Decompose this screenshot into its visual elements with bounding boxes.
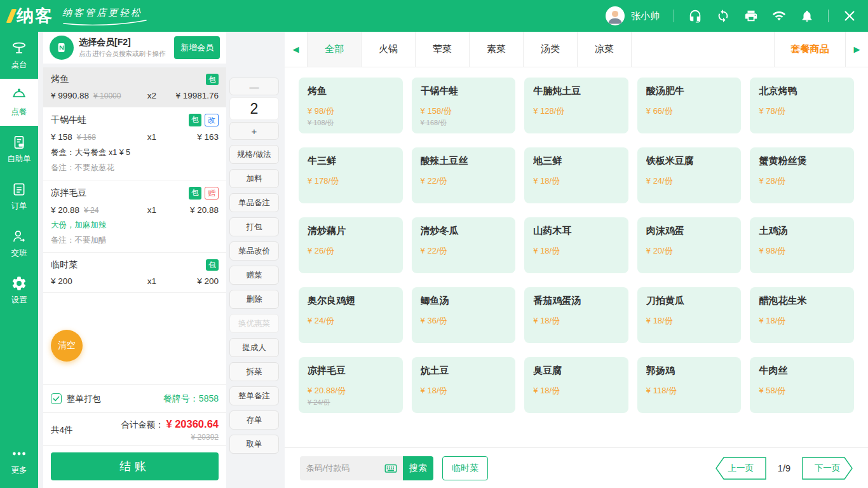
menu-item-prices: ¥ 26/份 (308, 245, 394, 266)
menu-item-card[interactable]: 铁板米豆腐 ¥ 24/份 (637, 147, 742, 203)
add-member-button[interactable]: 新增会员 (174, 36, 220, 59)
menu-item-card[interactable]: 牛三鲜 ¥ 178/份 (299, 147, 403, 203)
action-button[interactable]: 规格/做法 (229, 145, 279, 164)
menu-item-card[interactable]: 炕土豆 ¥ 18/份 (412, 357, 516, 413)
menu-item-card[interactable]: 地三鲜 ¥ 18/份 (524, 147, 628, 203)
settings-gear-icon (11, 275, 27, 292)
next-page-label: 下一页 (802, 457, 853, 480)
menu-item-card[interactable]: 肉沫鸡蛋 ¥ 20/份 (637, 217, 742, 273)
category-tab[interactable]: 火锅 (362, 32, 416, 67)
category-tab[interactable]: 素菜 (470, 32, 524, 67)
menu-item-name: 地三鲜 (533, 155, 620, 167)
menu-item-name: 烤鱼 (308, 85, 394, 97)
menu-item-prices: ¥ 58/份 (759, 385, 845, 405)
action-button[interactable]: 加料 (229, 169, 279, 188)
menu-item-prices: ¥ 22/份 (421, 175, 507, 196)
menu-item-card[interactable]: 刀拍黄瓜 ¥ 18/份 (637, 287, 742, 343)
order-item[interactable]: 凉拌毛豆 包赠 ¥ 20.88 ¥ 24 x1 ¥ 20.88 大份，加麻加辣 … (43, 180, 226, 253)
order-item[interactable]: 烤鱼 包 ¥ 9990.88 ¥ 10000 x2 ¥ 19981.76 (43, 67, 226, 107)
menu-item-card[interactable]: 奥尔良鸡翅 ¥ 24/份 (299, 287, 403, 343)
support-headset-icon[interactable] (688, 9, 702, 23)
menu-item-card[interactable]: 鲫鱼汤 ¥ 36/份 (412, 287, 516, 343)
action-button[interactable]: 存单 (229, 410, 279, 430)
qty-plus-button[interactable]: + (229, 122, 279, 140)
checkout-button[interactable]: 结账 (51, 452, 219, 480)
menu-item-card[interactable]: 干锅牛蛙 ¥ 158/份 ¥ 168/份 (412, 78, 516, 133)
category-tab[interactable]: 全部 (308, 32, 362, 67)
action-button[interactable]: 打包 (229, 217, 279, 236)
member-card-icon[interactable] (50, 36, 74, 60)
pack-whole-order-checkbox[interactable] (51, 393, 62, 404)
action-button[interactable]: 提成人 (229, 338, 279, 357)
menu-item-card[interactable]: 牛腩炖土豆 ¥ 128/份 (524, 78, 628, 133)
order-dish-name: 临时菜 (51, 259, 78, 271)
menu-item-card[interactable]: 土鸡汤 ¥ 98/份 (750, 217, 854, 273)
search-button[interactable]: 搜索 (403, 456, 433, 480)
menu-item-card[interactable]: 臭豆腐 ¥ 18/份 (524, 357, 628, 413)
menu-item-card[interactable]: 酸汤肥牛 ¥ 66/份 (637, 78, 742, 133)
menu-item-card[interactable]: 凉拌毛豆 ¥ 20.88/份 ¥ 24/份 (299, 357, 403, 413)
action-button[interactable]: 拆菜 (229, 362, 279, 381)
category-tab[interactable]: 汤类 (524, 32, 578, 67)
keyboard-icon[interactable] (384, 461, 398, 475)
menu-item-prices: ¥ 24/份 (308, 315, 394, 336)
menu-item-card[interactable]: 烤鱼 ¥ 98/份 ¥ 108/份 (299, 78, 403, 133)
sidebar-item-self-orders[interactable]: 自助单 (0, 126, 38, 173)
menu-item-name: 牛三鲜 (308, 155, 394, 167)
page-indicator: 1/9 (778, 463, 790, 473)
order-item[interactable]: 临时菜 包 ¥ 200 x1 ¥ 200 (43, 253, 226, 293)
wifi-icon[interactable] (772, 9, 786, 23)
notification-bell-icon[interactable] (800, 9, 814, 23)
action-button[interactable]: 取单 (229, 435, 279, 454)
menu-item-prices: ¥ 18/份 (533, 385, 620, 405)
shift-change-icon (11, 228, 27, 245)
menu-item-price: ¥ 78/份 (759, 105, 845, 117)
order-item[interactable]: 干锅牛蛙 包改 ¥ 158 ¥ 168 x1 ¥ 163 餐盒：大号餐盒 x1 … (43, 107, 226, 180)
category-tab[interactable]: 凉菜 (578, 32, 632, 67)
menu-item-card[interactable]: 清炒冬瓜 ¥ 22/份 (412, 217, 516, 273)
sidebar-item-ordering[interactable]: 点餐 (0, 79, 38, 126)
action-button[interactable]: 单品备注 (229, 193, 279, 212)
menu-item-card[interactable]: 番茄鸡蛋汤 ¥ 18/份 (524, 287, 628, 343)
action-button[interactable]: 菜品改价 (229, 241, 279, 261)
user-avatar[interactable] (606, 6, 625, 25)
action-button[interactable]: 删除 (229, 290, 279, 309)
menu-item-prices: ¥ 18/份 (759, 315, 845, 336)
modified-badge: 改 (205, 114, 219, 126)
category-tab[interactable]: 荤菜 (416, 32, 470, 67)
menu-item-card[interactable]: 酸辣土豆丝 ¥ 22/份 (412, 147, 516, 203)
cloud-sync-icon[interactable] (716, 9, 730, 23)
order-dish-subtotal: ¥ 20.88 (165, 205, 219, 215)
menu-item-price: ¥ 24/份 (308, 315, 394, 327)
member-select-area[interactable]: 选择会员[F2] 点击进行会员搜索或刷卡操作 (79, 37, 174, 58)
prev-page-button[interactable]: 上一页 (715, 457, 766, 480)
tab-combo-products[interactable]: 套餐商品 (774, 32, 845, 67)
printer-icon[interactable] (744, 9, 758, 23)
user-name[interactable]: 张小帅 (631, 10, 660, 22)
menu-item-card[interactable]: 郭扬鸡 ¥ 118/份 (637, 357, 742, 413)
barcode-input[interactable] (306, 463, 384, 473)
menu-item-card[interactable]: 牛肉丝 ¥ 58/份 (750, 357, 854, 413)
menu-item-name: 酸汤肥牛 (646, 85, 733, 97)
temp-dish-button[interactable]: 临时菜 (442, 456, 488, 480)
sidebar-item-settings[interactable]: 设置 (0, 267, 38, 314)
sidebar-item-orders[interactable]: 订单 (0, 173, 38, 220)
category-scroll-right-icon[interactable]: ▶ (845, 32, 868, 67)
menu-item-card[interactable]: 北京烤鸭 ¥ 78/份 (750, 78, 854, 133)
next-page-button[interactable]: 下一页 (802, 457, 853, 480)
action-button[interactable]: 整单备注 (229, 386, 279, 405)
menu-item-card[interactable]: 醋泡花生米 ¥ 18/份 (750, 287, 854, 343)
order-dish-qty: x2 (139, 91, 165, 100)
sidebar-item-tables[interactable]: 桌台 (0, 32, 38, 79)
menu-item-card[interactable]: 蟹黄粉丝煲 ¥ 28/份 (750, 147, 854, 203)
close-window-icon[interactable] (843, 9, 857, 23)
menu-item-card[interactable]: 清炒藕片 ¥ 26/份 (299, 217, 403, 273)
menu-item-card[interactable]: 山药木耳 ¥ 18/份 (524, 217, 628, 273)
category-scroll-left-icon[interactable]: ◀ (285, 32, 308, 67)
menu-item-price: ¥ 22/份 (421, 245, 507, 257)
qty-minus-button[interactable]: — (229, 78, 279, 95)
clear-order-button[interactable]: 清空 (51, 330, 83, 362)
sidebar-item-more[interactable]: 更多 (0, 437, 38, 484)
action-button[interactable]: 赠菜 (229, 266, 279, 285)
sidebar-item-shift[interactable]: 交班 (0, 220, 38, 267)
